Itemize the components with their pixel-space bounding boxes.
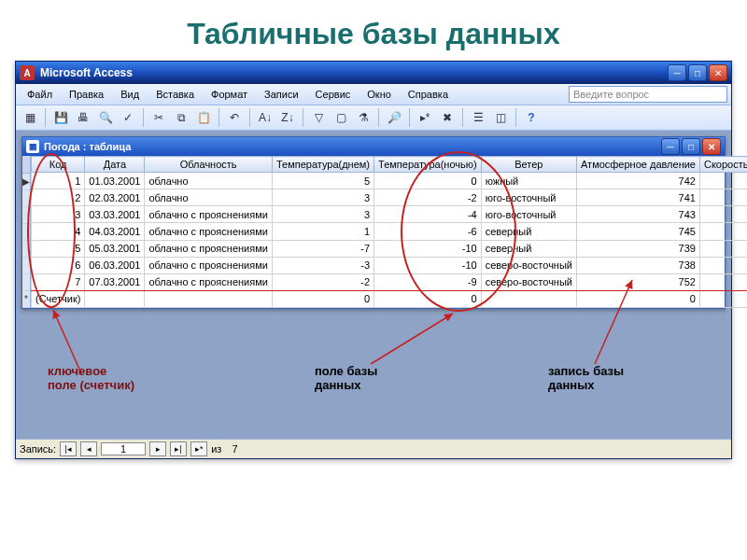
cell-wind[interactable]: северный — [481, 223, 576, 240]
cell-cloud[interactable]: облачно с прояснениями — [145, 273, 272, 290]
cut-button[interactable]: ✂ — [148, 107, 169, 128]
minimize-button[interactable]: ─ — [668, 64, 686, 81]
menu-insert[interactable]: Вставка — [148, 87, 202, 102]
table-row[interactable]: 404.03.2001облачно с прояснениями1-6севе… — [32, 223, 748, 240]
sort-asc-button[interactable]: A↓ — [255, 107, 275, 128]
cell-tday[interactable]: 3 — [272, 189, 374, 206]
cell-pressure[interactable]: 741 — [577, 189, 700, 206]
cell-cloud[interactable]: облачно — [145, 189, 272, 206]
row-selector[interactable] — [22, 274, 30, 291]
cell-wind[interactable]: юго-восточный — [481, 189, 576, 206]
cell-id[interactable]: 1 — [32, 173, 85, 189]
menu-records[interactable]: Записи — [257, 87, 306, 102]
menu-service[interactable]: Сервис — [308, 87, 359, 102]
cell-date[interactable]: 03.03.2001 — [85, 206, 145, 223]
nav-current-record[interactable]: 1 — [101, 442, 146, 455]
child-maximize-button[interactable]: □ — [682, 138, 700, 155]
cell-speed[interactable]: 12 — [699, 257, 747, 273]
col-header-date[interactable]: Дата — [85, 157, 145, 173]
filter-by-selection-button[interactable]: ▽ — [308, 107, 329, 128]
apply-filter-button[interactable]: ⚗ — [353, 107, 374, 128]
nav-new-button[interactable]: ▸* — [190, 441, 207, 456]
delete-record-button[interactable]: ✖ — [437, 107, 458, 128]
table-row[interactable]: 202.03.2001облачно3-2юго-восточный7415 — [32, 189, 748, 206]
cell-tnight[interactable]: -2 — [374, 189, 482, 206]
cell-tday[interactable]: 5 — [272, 173, 374, 189]
filter-by-form-button[interactable]: ▢ — [331, 107, 351, 128]
cell-cloud[interactable]: облачно — [145, 173, 272, 189]
cell-wind[interactable]: северный — [481, 240, 576, 257]
cell-id[interactable]: 4 — [32, 223, 85, 240]
cell-tnight[interactable]: 0 — [374, 290, 482, 307]
col-header-wind[interactable]: Ветер — [481, 157, 576, 173]
table-row[interactable]: 505.03.2001облачно с прояснениями-7-10се… — [32, 240, 748, 257]
row-selector[interactable] — [22, 258, 30, 274]
cell-pressure[interactable]: 742 — [577, 173, 700, 189]
cell-tday[interactable]: -7 — [272, 240, 374, 257]
cell-date[interactable]: 04.03.2001 — [85, 223, 145, 240]
menu-file[interactable]: Файл — [20, 87, 60, 102]
cell-pressure[interactable]: 752 — [577, 273, 700, 290]
copy-button[interactable]: ⧉ — [171, 107, 191, 128]
paste-button[interactable]: 📋 — [193, 107, 214, 128]
cell-wind[interactable]: северо-восточный — [481, 257, 576, 273]
cell-tday[interactable]: 3 — [272, 206, 374, 223]
col-header-pressure[interactable]: Атмосферное давление — [577, 157, 700, 173]
table-row[interactable]: 101.03.2001облачно50южный74224 — [32, 173, 748, 189]
spellcheck-button[interactable]: ✓ — [118, 107, 138, 128]
cell-tday[interactable]: -2 — [272, 273, 374, 290]
find-button[interactable]: 🔎 — [384, 107, 404, 128]
cell-pressure[interactable]: 743 — [577, 206, 700, 223]
col-header-id[interactable]: Код — [32, 157, 85, 173]
nav-last-button[interactable]: ▸| — [170, 441, 187, 456]
cell-id[interactable]: 2 — [32, 189, 85, 206]
ask-a-question-box[interactable]: Введите вопрос — [569, 86, 727, 103]
table-row[interactable]: 303.03.2001облачно с прояснениями3-4юго-… — [32, 206, 748, 223]
cell-wind[interactable] — [481, 290, 576, 307]
cell-tnight[interactable]: -9 — [374, 273, 482, 290]
cell-id[interactable]: 7 — [32, 273, 85, 290]
nav-next-button[interactable]: ▸ — [149, 441, 166, 456]
cell-id[interactable]: 6 — [32, 257, 85, 273]
cell-speed[interactable]: 4 — [699, 206, 747, 223]
cell-date[interactable]: 02.03.2001 — [85, 189, 145, 206]
row-selector[interactable] — [22, 241, 30, 258]
row-selector[interactable] — [22, 207, 30, 224]
child-minimize-button[interactable]: ─ — [661, 138, 680, 155]
table-new-row[interactable]: (Счетчик)0000 — [32, 290, 748, 307]
cell-id[interactable]: 5 — [32, 240, 85, 257]
nav-prev-button[interactable]: ◂ — [80, 441, 97, 456]
cell-cloud[interactable]: облачно с прояснениями — [145, 223, 272, 240]
close-button[interactable]: ✕ — [709, 64, 727, 81]
row-selector[interactable] — [22, 224, 30, 241]
col-header-speed[interactable]: Скорость ветра — [699, 157, 747, 173]
cell-tnight[interactable]: -6 — [374, 223, 482, 240]
col-header-cloud[interactable]: Облачность — [145, 157, 272, 173]
help-button[interactable]: ? — [521, 107, 542, 128]
print-button[interactable]: 🖶 — [73, 107, 93, 128]
menu-window[interactable]: Окно — [359, 87, 399, 102]
new-record-button[interactable]: ▸* — [415, 107, 435, 128]
nav-first-button[interactable]: |◂ — [60, 441, 77, 456]
row-selector[interactable]: ▶ — [22, 174, 30, 190]
cell-date[interactable]: 07.03.2001 — [85, 273, 145, 290]
menu-help[interactable]: Справка — [401, 87, 456, 102]
sort-desc-button[interactable]: Z↓ — [277, 107, 298, 128]
table-row[interactable]: 606.03.2001облачно с прояснениями-3-10се… — [32, 257, 748, 273]
cell-tnight[interactable]: -10 — [374, 257, 482, 273]
cell-cloud[interactable]: облачно с прояснениями — [145, 240, 272, 257]
cell-wind[interactable]: северо-восточный — [481, 273, 576, 290]
save-button[interactable]: 💾 — [50, 107, 71, 128]
cell-speed[interactable]: 13 — [699, 273, 747, 290]
cell-id[interactable]: 3 — [32, 206, 85, 223]
child-close-button[interactable]: ✕ — [702, 138, 721, 155]
new-row-selector[interactable]: * — [22, 291, 30, 308]
row-selector[interactable] — [22, 190, 30, 207]
menu-format[interactable]: Формат — [204, 87, 255, 102]
undo-button[interactable]: ↶ — [224, 107, 245, 128]
cell-speed[interactable]: 0 — [699, 290, 747, 307]
cell-speed[interactable]: 5 — [699, 189, 747, 206]
cell-speed[interactable]: 13 — [699, 223, 747, 240]
maximize-button[interactable]: □ — [688, 64, 707, 81]
cell-tday[interactable]: 1 — [272, 223, 374, 240]
